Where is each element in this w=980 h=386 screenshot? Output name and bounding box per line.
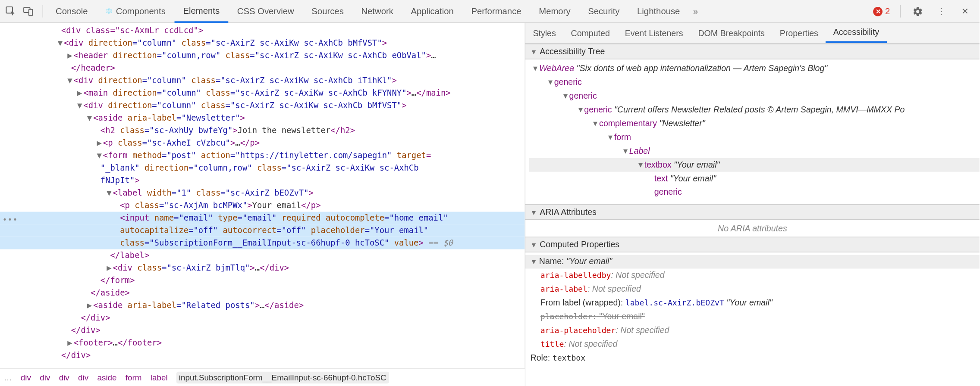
tab-console[interactable]: Console [47, 0, 97, 23]
accessibility-tree[interactable]: ▾WebArea "Six donts of web app internati… [525, 59, 980, 204]
computed-name-row[interactable]: ▼ Name: "Your email" [525, 255, 980, 269]
settings-icon[interactable] [911, 4, 924, 18]
tab-performance[interactable]: Performance [462, 0, 530, 23]
no-aria-text: No ARIA attributes [525, 220, 980, 237]
tab-lighthouse[interactable]: Lighthouse [628, 0, 689, 23]
inspect-icon[interactable] [4, 4, 18, 18]
breadcrumb-item[interactable]: div [78, 373, 88, 383]
section-header-computed-properties[interactable]: ▼Computed Properties [525, 237, 980, 252]
breadcrumb-item[interactable]: form [126, 373, 142, 383]
devtools-toolbar: Console ⚛Components Elements CSS Overvie… [0, 0, 980, 23]
side-tabs: Styles Computed Event Listeners DOM Brea… [525, 23, 980, 44]
line-menu-icon[interactable]: ••• [3, 214, 18, 226]
side-tab-accessibility[interactable]: Accessibility [826, 23, 886, 43]
tab-sources[interactable]: Sources [303, 0, 352, 23]
side-tab-styles[interactable]: Styles [525, 23, 563, 43]
breadcrumb-selected[interactable]: input.SubscriptionForm__EmailInput-sc-66… [176, 372, 389, 384]
tab-css-overview[interactable]: CSS Overview [228, 0, 303, 23]
tab-network[interactable]: Network [352, 0, 402, 23]
main-tabs: Console ⚛Components Elements CSS Overvie… [47, 0, 873, 23]
dom-tree[interactable]: ••• <div class="sc-AxmLr ccdLcd"> ▼<div … [0, 23, 525, 369]
side-tab-dom-breakpoints[interactable]: DOM Breakpoints [691, 23, 772, 43]
breadcrumb-item[interactable]: div [40, 373, 50, 383]
tab-security[interactable]: Security [579, 0, 628, 23]
error-count-badge[interactable]: ✕ 2 [873, 6, 890, 16]
side-tab-event-listeners[interactable]: Event Listeners [617, 23, 691, 43]
breadcrumb: … div div div div aside form label input… [0, 369, 525, 386]
breadcrumb-item[interactable]: label [151, 373, 168, 383]
more-tabs-icon[interactable]: » [689, 4, 703, 18]
close-icon[interactable]: ✕ [958, 4, 972, 18]
tab-memory[interactable]: Memory [530, 0, 579, 23]
breadcrumb-item[interactable]: div [59, 373, 69, 383]
breadcrumb-item[interactable]: aside [97, 373, 116, 383]
section-header-accessibility-tree[interactable]: ▼Accessibility Tree [525, 44, 980, 59]
breadcrumb-item[interactable]: div [21, 373, 31, 383]
side-tab-computed[interactable]: Computed [563, 23, 617, 43]
elements-panel: ••• <div class="sc-AxmLr ccdLcd"> ▼<div … [0, 23, 525, 386]
side-panel: Styles Computed Event Listeners DOM Brea… [525, 23, 980, 386]
error-icon: ✕ [873, 6, 883, 16]
computed-properties: ▼ Name: "Your email" aria-labelledby: No… [525, 252, 980, 370]
kebab-menu-icon[interactable]: ⋮ [934, 4, 948, 18]
breadcrumb-overflow[interactable]: … [4, 373, 12, 383]
dom-selected-node[interactable]: <input name="email" type="email" require… [0, 212, 525, 224]
tab-elements[interactable]: Elements [174, 0, 228, 23]
accessibility-tree-selected[interactable]: ▾textbox "Your email" [529, 158, 980, 172]
svg-rect-2 [29, 9, 33, 16]
side-tab-properties[interactable]: Properties [772, 23, 826, 43]
tab-application[interactable]: Application [402, 0, 462, 23]
device-toggle-icon[interactable] [21, 4, 35, 18]
tab-components[interactable]: ⚛Components [97, 0, 174, 23]
error-count: 2 [885, 6, 890, 16]
section-header-aria-attributes[interactable]: ▼ARIA Attributes [525, 204, 980, 220]
